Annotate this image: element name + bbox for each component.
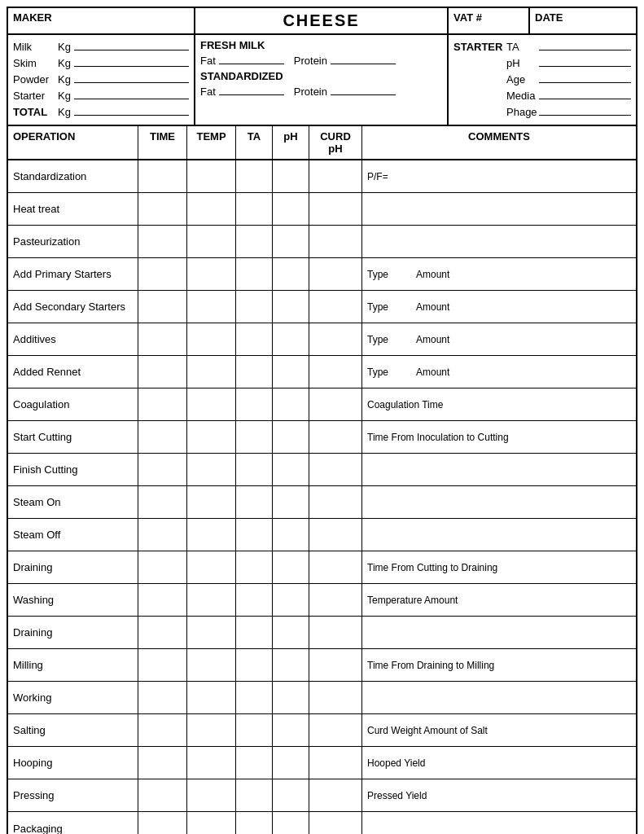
temp-cell[interactable] xyxy=(187,584,236,616)
skim-value[interactable] xyxy=(74,55,189,67)
starter-phage-value[interactable] xyxy=(539,104,631,116)
temp-cell[interactable] xyxy=(187,160,236,192)
ph-cell[interactable] xyxy=(273,649,309,681)
ta-cell[interactable] xyxy=(236,258,273,290)
curd-ph-cell[interactable] xyxy=(309,551,362,583)
ph-cell[interactable] xyxy=(273,486,309,518)
temp-cell[interactable] xyxy=(187,323,236,355)
ph-cell[interactable] xyxy=(273,584,309,616)
starter-ph-value[interactable] xyxy=(539,55,631,67)
curd-ph-cell[interactable] xyxy=(309,779,362,811)
ta-cell[interactable] xyxy=(236,226,273,257)
temp-cell[interactable] xyxy=(187,649,236,681)
curd-ph-cell[interactable] xyxy=(309,454,362,485)
ph-cell[interactable] xyxy=(273,291,309,323)
time-cell[interactable] xyxy=(138,356,187,388)
temp-cell[interactable] xyxy=(187,258,236,290)
ta-cell[interactable] xyxy=(236,160,273,192)
time-cell[interactable] xyxy=(138,421,187,453)
fresh-fat-value[interactable] xyxy=(219,53,284,64)
curd-ph-cell[interactable] xyxy=(309,682,362,713)
ta-cell[interactable] xyxy=(236,584,273,616)
time-cell[interactable] xyxy=(138,454,187,485)
time-cell[interactable] xyxy=(138,388,187,420)
temp-cell[interactable] xyxy=(187,812,236,834)
time-cell[interactable] xyxy=(138,649,187,681)
ph-cell[interactable] xyxy=(273,747,309,779)
ph-cell[interactable] xyxy=(273,193,309,225)
curd-ph-cell[interactable] xyxy=(309,747,362,779)
ta-cell[interactable] xyxy=(236,486,273,518)
ph-cell[interactable] xyxy=(273,356,309,388)
time-cell[interactable] xyxy=(138,551,187,583)
starter-ta-value[interactable] xyxy=(539,39,631,50)
temp-cell[interactable] xyxy=(187,617,236,648)
temp-cell[interactable] xyxy=(187,551,236,583)
ph-cell[interactable] xyxy=(273,226,309,257)
temp-cell[interactable] xyxy=(187,291,236,323)
time-cell[interactable] xyxy=(138,486,187,518)
ph-cell[interactable] xyxy=(273,160,309,192)
curd-ph-cell[interactable] xyxy=(309,649,362,681)
ph-cell[interactable] xyxy=(273,812,309,834)
temp-cell[interactable] xyxy=(187,714,236,746)
curd-ph-cell[interactable] xyxy=(309,323,362,355)
temp-cell[interactable] xyxy=(187,486,236,518)
ta-cell[interactable] xyxy=(236,323,273,355)
time-cell[interactable] xyxy=(138,519,187,551)
ta-cell[interactable] xyxy=(236,551,273,583)
ph-cell[interactable] xyxy=(273,519,309,551)
curd-ph-cell[interactable] xyxy=(309,258,362,290)
time-cell[interactable] xyxy=(138,812,187,834)
total-value[interactable] xyxy=(74,104,189,116)
time-cell[interactable] xyxy=(138,714,187,746)
time-cell[interactable] xyxy=(138,258,187,290)
ph-cell[interactable] xyxy=(273,551,309,583)
curd-ph-cell[interactable] xyxy=(309,160,362,192)
milk-value[interactable] xyxy=(74,39,189,50)
ph-cell[interactable] xyxy=(273,421,309,453)
curd-ph-cell[interactable] xyxy=(309,812,362,834)
temp-cell[interactable] xyxy=(187,421,236,453)
ta-cell[interactable] xyxy=(236,388,273,420)
ta-cell[interactable] xyxy=(236,454,273,485)
std-fat-value[interactable] xyxy=(219,84,284,95)
temp-cell[interactable] xyxy=(187,779,236,811)
starter-age-value[interactable] xyxy=(539,72,631,83)
time-cell[interactable] xyxy=(138,160,187,192)
ta-cell[interactable] xyxy=(236,682,273,713)
time-cell[interactable] xyxy=(138,617,187,648)
curd-ph-cell[interactable] xyxy=(309,291,362,323)
curd-ph-cell[interactable] xyxy=(309,584,362,616)
powder-value[interactable] xyxy=(74,72,189,83)
temp-cell[interactable] xyxy=(187,193,236,225)
ph-cell[interactable] xyxy=(273,617,309,648)
curd-ph-cell[interactable] xyxy=(309,714,362,746)
fresh-protein-value[interactable] xyxy=(331,53,396,64)
ta-cell[interactable] xyxy=(236,193,273,225)
curd-ph-cell[interactable] xyxy=(309,356,362,388)
temp-cell[interactable] xyxy=(187,226,236,257)
ta-cell[interactable] xyxy=(236,812,273,834)
time-cell[interactable] xyxy=(138,747,187,779)
time-cell[interactable] xyxy=(138,323,187,355)
ta-cell[interactable] xyxy=(236,747,273,779)
curd-ph-cell[interactable] xyxy=(309,519,362,551)
temp-cell[interactable] xyxy=(187,747,236,779)
time-cell[interactable] xyxy=(138,291,187,323)
ph-cell[interactable] xyxy=(273,454,309,485)
curd-ph-cell[interactable] xyxy=(309,421,362,453)
time-cell[interactable] xyxy=(138,226,187,257)
curd-ph-cell[interactable] xyxy=(309,617,362,648)
temp-cell[interactable] xyxy=(187,388,236,420)
ph-cell[interactable] xyxy=(273,323,309,355)
ph-cell[interactable] xyxy=(273,258,309,290)
curd-ph-cell[interactable] xyxy=(309,388,362,420)
ta-cell[interactable] xyxy=(236,779,273,811)
time-cell[interactable] xyxy=(138,682,187,713)
ta-cell[interactable] xyxy=(236,421,273,453)
std-protein-value[interactable] xyxy=(331,84,396,95)
time-cell[interactable] xyxy=(138,584,187,616)
time-cell[interactable] xyxy=(138,779,187,811)
ta-cell[interactable] xyxy=(236,714,273,746)
